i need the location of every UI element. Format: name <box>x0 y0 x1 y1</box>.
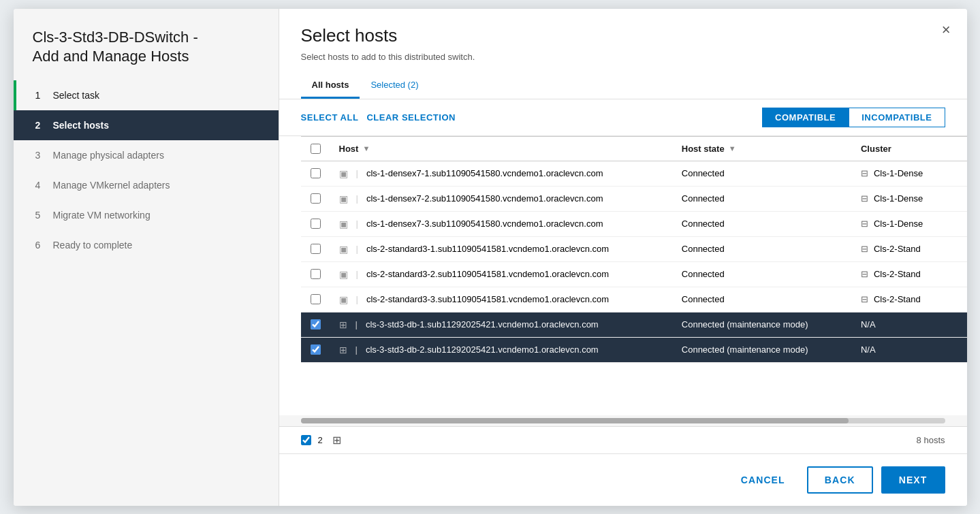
row-hoststate: Connected <box>674 186 853 211</box>
host-name: cls-1-densex7-2.sub11090541580.vcndemo1.… <box>366 193 603 204</box>
row-host: ▣|cls-2-standard3-1.sub11090541581.vcnde… <box>331 236 674 261</box>
footer-selected-count: 2 <box>318 435 323 445</box>
hoststate-filter-icon[interactable]: ▼ <box>729 144 736 152</box>
horizontal-scrollbar[interactable] <box>279 415 967 426</box>
table-row: ▣|cls-2-standard3-2.sub11090541581.vcnde… <box>301 261 967 287</box>
sidebar: Cls-3-Std3-DB-DSwitch -Add and Manage Ho… <box>14 9 279 506</box>
table-row: ▣|cls-2-standard3-3.sub11090541581.vcnde… <box>301 287 967 312</box>
cluster-icon: ⊟ <box>861 219 868 229</box>
row-hoststate: Connected <box>674 161 853 186</box>
cluster-icon: ⊟ <box>861 193 868 204</box>
sidebar-steps: 1 Select task 2 Select hosts 3 Manage ph… <box>14 80 279 506</box>
table-header-row: Host ▼ Host state ▼ Cluster <box>301 136 967 161</box>
compatible-button[interactable]: COMPATIBLE <box>762 108 849 127</box>
step-label-6: Ready to complete <box>53 240 133 251</box>
step-number-5: 5 <box>35 210 46 221</box>
table-row: ⊞|cls-3-std3-db-1.sub11292025421.vcndemo… <box>301 312 967 337</box>
server-icon: ▣ <box>339 193 348 204</box>
host-name: cls-1-densex7-1.sub11090541580.vcndemo1.… <box>366 168 603 178</box>
row-checkbox[interactable] <box>311 168 321 178</box>
row-checkbox-cell <box>301 211 331 236</box>
main-header: Select hosts Select hosts to add to this… <box>279 9 967 99</box>
column-header-hoststate: Host state ▼ <box>674 136 853 161</box>
next-button[interactable]: NEXT <box>881 466 945 494</box>
host-name: cls-3-std3-db-2.sub11292025421.vcndemo1.… <box>366 344 599 355</box>
tab-selected[interactable]: Selected (2) <box>360 73 429 99</box>
step-label-5: Migrate VM networking <box>53 210 151 221</box>
close-button[interactable]: × <box>942 22 951 37</box>
row-host: ▣|cls-1-densex7-3.sub11090541580.vcndemo… <box>331 211 674 236</box>
host-name: cls-2-standard3-3.sub11090541581.vcndemo… <box>366 294 609 304</box>
cell-divider: | <box>356 193 358 204</box>
column-header-check <box>301 136 331 161</box>
column-header-host: Host ▼ <box>331 136 674 161</box>
select-all-button[interactable]: SELECT ALL <box>301 110 367 125</box>
row-host: ▣|cls-1-densex7-1.sub11090541580.vcndemo… <box>331 161 674 186</box>
server-icon: ▣ <box>339 269 348 280</box>
server-icon: ▣ <box>339 244 348 255</box>
row-cluster: N/A <box>853 312 967 337</box>
sidebar-item-select-task[interactable]: 1 Select task <box>14 80 279 110</box>
toolbar-left: SELECT ALL CLEAR SELECTION <box>301 110 763 125</box>
server-icon: ▣ <box>339 219 348 229</box>
row-checkbox[interactable] <box>311 244 321 254</box>
row-hoststate: Connected (maintenance mode) <box>674 337 853 362</box>
server-icon: ⊞ <box>339 319 347 330</box>
row-host: ▣|cls-2-standard3-2.sub11090541581.vcnde… <box>331 261 674 287</box>
tab-all-hosts[interactable]: All hosts <box>301 73 360 99</box>
server-icon: ▣ <box>339 294 348 305</box>
row-cluster: ⊟Cls-2-Stand <box>853 287 967 312</box>
sidebar-item-manage-physical[interactable]: 3 Manage physical adapters <box>14 140 279 170</box>
row-checkbox[interactable] <box>311 269 321 279</box>
row-host: ⊞|cls-3-std3-db-2.sub11292025421.vcndemo… <box>331 337 674 362</box>
step-label-4: Manage VMkernel adapters <box>53 180 170 191</box>
cluster-icon: ⊟ <box>861 168 868 178</box>
table-footer: 2 ⊞ 8 hosts <box>279 426 967 453</box>
host-name: cls-1-densex7-3.sub11090541580.vcndemo1.… <box>366 219 603 229</box>
toolbar-right: COMPATIBLE INCOMPATIBLE <box>762 108 945 127</box>
row-cluster: ⊟Cls-2-Stand <box>853 236 967 261</box>
row-checkbox-cell <box>301 161 331 186</box>
host-name: cls-2-standard3-1.sub11090541581.vcndemo… <box>366 244 609 254</box>
dialog-footer: CANCEL BACK NEXT <box>279 453 967 506</box>
host-name: cls-2-standard3-2.sub11090541581.vcndemo… <box>366 269 609 279</box>
row-checkbox[interactable] <box>311 193 321 204</box>
sidebar-item-ready[interactable]: 6 Ready to complete <box>14 230 279 260</box>
sidebar-item-select-hosts[interactable]: 2 Select hosts <box>14 110 279 140</box>
sidebar-item-manage-vmkernel[interactable]: 4 Manage VMkernel adapters <box>14 170 279 200</box>
cell-divider: | <box>356 219 358 229</box>
row-hoststate: Connected <box>674 287 853 312</box>
footer-checkbox[interactable] <box>301 435 311 445</box>
step-label-1: Select task <box>53 90 99 101</box>
cancel-button[interactable]: CANCEL <box>727 468 799 492</box>
step-label-3: Manage physical adapters <box>53 150 164 161</box>
row-host: ▣|cls-1-densex7-2.sub11090541580.vcndemo… <box>331 186 674 211</box>
sidebar-item-migrate-vm[interactable]: 5 Migrate VM networking <box>14 200 279 230</box>
row-cluster: ⊟Cls-1-Dense <box>853 186 967 211</box>
select-all-checkbox[interactable] <box>311 144 321 154</box>
row-hoststate: Connected <box>674 211 853 236</box>
step-label-2: Select hosts <box>53 120 109 131</box>
row-hoststate: Connected <box>674 236 853 261</box>
step-number-4: 4 <box>35 180 46 191</box>
clear-selection-button[interactable]: CLEAR SELECTION <box>366 110 464 125</box>
row-checkbox[interactable] <box>311 294 321 304</box>
row-cluster: ⊟Cls-2-Stand <box>853 261 967 287</box>
row-host: ⊞|cls-3-std3-db-1.sub11292025421.vcndemo… <box>331 312 674 337</box>
row-cluster: N/A <box>853 337 967 362</box>
cell-divider: | <box>355 319 358 330</box>
row-checkbox[interactable] <box>311 319 321 330</box>
cell-divider: | <box>356 244 358 254</box>
row-checkbox-cell <box>301 186 331 211</box>
back-button[interactable]: BACK <box>807 466 873 494</box>
row-checkbox[interactable] <box>311 344 321 355</box>
host-filter-icon[interactable]: ▼ <box>362 144 370 152</box>
scrollbar-thumb[interactable] <box>301 418 849 423</box>
footer-columns-icon[interactable]: ⊞ <box>332 434 341 447</box>
cluster-icon: ⊟ <box>861 294 868 304</box>
incompatible-button[interactable]: INCOMPATIBLE <box>849 108 945 127</box>
row-checkbox[interactable] <box>311 219 321 229</box>
page-subtitle: Select hosts to add to this distributed … <box>301 52 945 62</box>
cell-divider: | <box>356 269 358 279</box>
toolbar: SELECT ALL CLEAR SELECTION COMPATIBLE IN… <box>279 99 967 136</box>
